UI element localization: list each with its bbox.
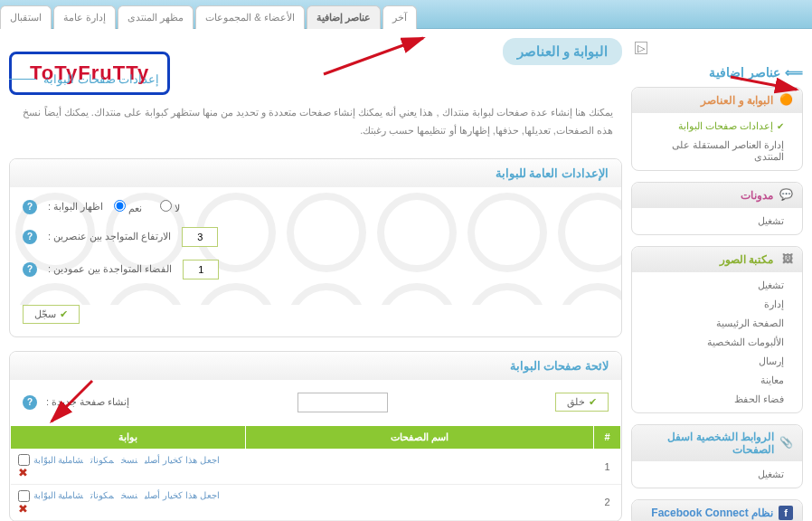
portal-pages-section: لائحة صفحات البوابة ✔خلق إنشاء صفحة جديد…: [9, 351, 622, 521]
check-icon: ✔: [777, 121, 784, 131]
action-link[interactable]: شاملية البوّابة: [33, 490, 84, 500]
sidebar-item-gallery[interactable]: تشغيل: [632, 276, 802, 295]
top-navigation-bar: استقبال إدارة عامة مظهر المنتدى الأعضاء …: [0, 0, 812, 29]
sidebox-head: 🟠 البوابة و العناصر: [632, 88, 802, 113]
section-title: لائحة صفحات البوابة: [10, 352, 621, 380]
help-icon[interactable]: ?: [23, 395, 37, 410]
sidebox-blogs: 💬 مدونات تشغيل: [631, 182, 803, 235]
sidebar-item-gallery[interactable]: الألبومات الشخصية: [632, 333, 802, 352]
tab-list: استقبال إدارة عامة مظهر المنتدى الأعضاء …: [0, 0, 812, 29]
action-link[interactable]: مكونات: [90, 490, 114, 500]
page-subtitle: إعدادات صفحات البوابة: [9, 72, 622, 86]
page-description: يمكنك هنا إنشاء عدة صفحات لبوابة منتداك …: [9, 104, 622, 140]
tab-other[interactable]: آخر: [382, 5, 417, 29]
sidebox-head: 🖼 مكتبة الصور: [632, 247, 802, 272]
action-link[interactable]: نسخ: [121, 490, 137, 500]
sidebox-personal-links: 📎 الروابط الشخصية اسفل الصفحات تشغيل: [631, 424, 803, 488]
radio-yes-label[interactable]: نعم: [114, 200, 142, 214]
section-title: الإعدادات العامة للبوابة: [10, 159, 621, 187]
show-portal-label: اظهار البوابة :: [48, 201, 103, 213]
help-icon[interactable]: ?: [23, 230, 37, 244]
help-icon[interactable]: ?: [23, 262, 37, 277]
radio-yes[interactable]: [114, 200, 126, 212]
space-label: الفضاء المتواجدة بين عمودين :: [48, 263, 172, 275]
tab-forum-appearance[interactable]: مظهر المنتدى: [118, 5, 194, 29]
row-checkbox[interactable]: [18, 490, 30, 502]
subtitle-line-icon: [9, 79, 36, 80]
sidebox-gallery: 🖼 مكتبة الصور تشغيلإدارةالصفحة الرئيسيةا…: [631, 246, 803, 413]
row-num: 1: [594, 449, 621, 485]
sidebar-item-gallery[interactable]: معاينة: [632, 371, 802, 390]
sidebox-facebook: f نظام Facebook Connect: [631, 499, 803, 521]
radio-no-label[interactable]: لا: [160, 200, 180, 214]
help-icon[interactable]: ?: [23, 200, 37, 214]
arrow-left-icon: ⟸: [785, 65, 803, 80]
table-row: 1اجعل هذا كخيار أصلينسخمكوناتشاملية البو…: [11, 449, 621, 485]
col-num: #: [594, 425, 621, 449]
radio-no[interactable]: [160, 200, 172, 212]
tab-reception[interactable]: استقبال: [0, 5, 52, 29]
sidebar-item-links-enable[interactable]: تشغيل: [632, 465, 802, 484]
gallery-icon: 🖼: [779, 252, 793, 267]
delete-icon[interactable]: ✖: [18, 466, 28, 479]
row-name: [246, 449, 594, 485]
check-icon: ✔: [60, 308, 68, 320]
portal-icon: 🟠: [779, 93, 793, 108]
sidebar-item-blog-enable[interactable]: تشغيل: [632, 212, 802, 231]
col-portal: بوابة: [11, 425, 246, 449]
action-link[interactable]: اجعل هذا كخيار أصلي: [145, 490, 219, 500]
action-link[interactable]: اجعل هذا كخيار أصلي: [145, 455, 219, 465]
main-content: ToTyFruTTy البوابة و العناصر إعدادات صفح…: [9, 38, 622, 521]
sidebar-item-portal-settings[interactable]: ✔إعدادات صفحات البوابة: [632, 117, 802, 136]
tab-general-admin[interactable]: إدارة عامة: [53, 5, 116, 29]
sidebar: ▷ ⟸ عناصر إضافية 🟠 البوابة و العناصر ✔إع…: [631, 38, 803, 521]
row-num: 2: [594, 485, 621, 521]
collapse-icon[interactable]: ▷: [635, 42, 647, 54]
table-row: 2اجعل هذا كخيار أصلينسخمكوناتشاملية البو…: [11, 485, 621, 521]
row-actions: اجعل هذا كخيار أصلينسخمكوناتشاملية البوّ…: [11, 449, 246, 485]
tab-members-groups[interactable]: الأعضاء & المجموعات: [195, 5, 304, 29]
facebook-icon: f: [779, 506, 793, 520]
sidebox-head: 💬 مدونات: [632, 183, 802, 208]
row-actions: اجعل هذا كخيار أصلينسخمكوناتشاملية البوّ…: [11, 485, 246, 521]
action-link[interactable]: شاملية البوّابة: [33, 455, 84, 465]
blog-icon: 💬: [779, 188, 793, 203]
check-icon: ✔: [589, 396, 597, 408]
col-name: اسم الصفحات: [246, 425, 594, 449]
row-name: [246, 485, 594, 521]
height-label: الارتفاع المتواجد بين عنصرين :: [48, 231, 171, 242]
create-button[interactable]: ✔خلق: [555, 393, 609, 412]
sidebar-item-gallery[interactable]: إرسال: [632, 352, 802, 371]
sidebox-portal: 🟠 البوابة و العناصر ✔إعدادات صفحات البوا…: [631, 87, 803, 171]
space-input[interactable]: [183, 260, 219, 279]
sidebar-item-gallery[interactable]: فضاء الحفظ: [632, 390, 802, 409]
sidebar-item-gallery[interactable]: إدارة: [632, 295, 802, 314]
links-icon: 📎: [779, 436, 793, 450]
action-link[interactable]: مكونات: [90, 455, 114, 465]
create-label: إنشاء صفحة جديدة :: [46, 396, 129, 408]
row-checkbox[interactable]: [18, 454, 30, 466]
sidebox-head: 📎 الروابط الشخصية اسفل الصفحات: [632, 425, 802, 461]
delete-icon[interactable]: ✖: [18, 502, 28, 516]
sidebox-head: f نظام Facebook Connect: [632, 500, 802, 521]
page-title: البوابة و العناصر: [503, 38, 622, 65]
tab-extra-elements[interactable]: عناصر إضافية: [307, 5, 381, 29]
save-button[interactable]: ✔سجّل: [23, 305, 80, 324]
pages-table: # اسم الصفحات بوابة 1اجعل هذا كخيار أصلي…: [10, 425, 621, 521]
new-page-name-input[interactable]: [297, 393, 388, 412]
general-settings-section: الإعدادات العامة للبوابة لا نعم اظهار ال…: [9, 158, 622, 337]
sidebar-item-gallery[interactable]: الصفحة الرئيسية: [632, 314, 802, 333]
height-input[interactable]: [182, 227, 218, 247]
sidebar-title: ⟸ عناصر إضافية: [631, 58, 803, 87]
sidebar-item-manage-elements[interactable]: إدارة العناصر المستقلة على المنتدى: [632, 136, 802, 166]
action-link[interactable]: نسخ: [121, 455, 137, 465]
